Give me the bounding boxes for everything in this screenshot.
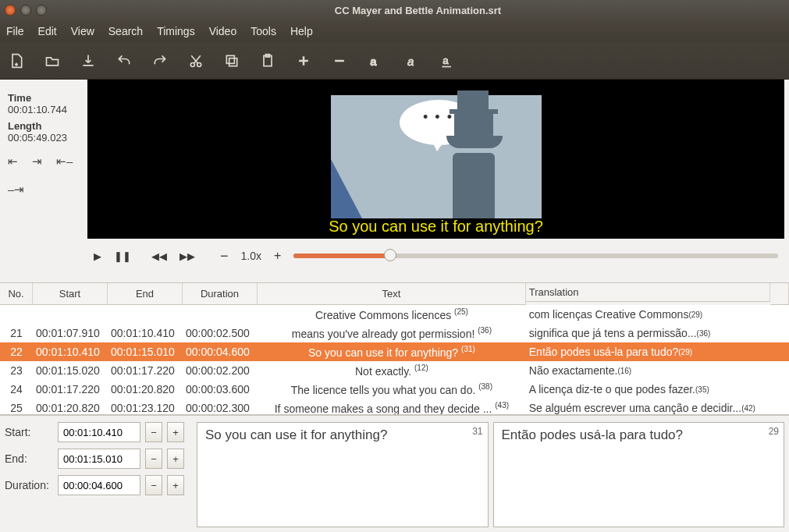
window-minimize-button[interactable] (20, 5, 31, 16)
titlebar: CC Mayer and Bettle Animation.srt (0, 0, 789, 20)
subtitle-table: No. Start End Duration Text Translation … (0, 282, 789, 415)
seek-start-icon[interactable]: ⇤ (8, 154, 18, 168)
svg-text:a: a (407, 54, 414, 67)
col-pad (770, 283, 789, 305)
speed-value: 1.0x (241, 250, 261, 262)
cut-icon[interactable] (187, 52, 204, 69)
start-input[interactable] (58, 422, 140, 442)
seek-end-icon[interactable]: ⇥ (32, 154, 42, 168)
text-char-count: 31 (472, 426, 482, 437)
translation-edit-box[interactable]: Então podes usá-la para tudo? 29 (493, 422, 785, 527)
table-body: Creative Commons licences (25)com licenç… (0, 305, 789, 414)
transport-bar: ▶ ❚❚ ◀◀ ▶▶ − 1.0x + (87, 239, 784, 273)
seek-prev-icon[interactable]: ⇤– (56, 154, 73, 168)
copy-icon[interactable] (223, 52, 240, 69)
start-dec-button[interactable]: − (145, 422, 162, 442)
italic-icon[interactable]: a (403, 52, 420, 69)
table-header: No. Start End Duration Text Translation (0, 283, 789, 305)
remove-icon[interactable] (331, 52, 348, 69)
menu-video[interactable]: Video (209, 25, 237, 37)
duration-label: Duration: (5, 479, 53, 491)
svg-text:a: a (370, 54, 377, 67)
table-row[interactable]: 2200:01:10.41000:01:15.01000:00:04.600So… (0, 342, 789, 361)
fastforward-icon[interactable]: ▶▶ (179, 250, 195, 262)
table-row[interactable]: 2500:01:20.82000:01:23.12000:00:02.300If… (0, 399, 789, 414)
open-file-icon[interactable] (44, 52, 61, 69)
menu-timings[interactable]: Timings (157, 25, 195, 37)
table-row[interactable]: 2300:01:15.02000:01:17.22000:00:02.200No… (0, 361, 789, 380)
col-duration[interactable]: Duration (183, 283, 258, 305)
menu-tools[interactable]: Tools (251, 25, 276, 37)
svg-rect-3 (226, 55, 234, 63)
pause-icon[interactable]: ❚❚ (114, 250, 131, 262)
add-icon[interactable] (295, 52, 312, 69)
video-column: So you can use it for anything? ▶ ❚❚ ◀◀ … (87, 80, 789, 282)
timing-editor: Start: − + End: − + Duration: − + (5, 422, 192, 527)
paste-icon[interactable] (259, 52, 276, 69)
menu-view[interactable]: View (71, 25, 94, 37)
svg-rect-2 (229, 58, 237, 66)
toolbar: a a a (0, 42, 789, 80)
window-maximize-button[interactable] (36, 5, 47, 16)
duration-input[interactable] (58, 475, 140, 495)
table-row[interactable]: Creative Commons licences (25)com licenç… (0, 305, 789, 324)
col-no[interactable]: No. (0, 283, 33, 305)
time-label: Time (8, 92, 80, 104)
menu-edit[interactable]: Edit (38, 25, 57, 37)
save-icon[interactable] (80, 52, 97, 69)
end-dec-button[interactable]: − (145, 449, 162, 469)
window-title: CC Mayer and Bettle Animation.srt (52, 5, 784, 16)
svg-text:a: a (442, 55, 449, 66)
main-row: Time 00:01:10.744 Length 00:05:49.023 ⇤ … (0, 80, 789, 282)
speed-down-icon[interactable]: − (220, 248, 229, 264)
speed-up-icon[interactable]: + (274, 249, 281, 263)
rewind-icon[interactable]: ◀◀ (151, 250, 167, 262)
text-edit-box[interactable]: So you can use it for anything? 31 (197, 422, 489, 527)
seek-slider[interactable] (293, 254, 778, 258)
start-inc-button[interactable]: + (167, 422, 184, 442)
text-edit-content: So you can use it for anything? (205, 427, 387, 442)
translation-edit-content: Então podes usá-la para tudo? (502, 427, 684, 442)
undo-icon[interactable] (116, 52, 133, 69)
start-label: Start: (5, 426, 53, 438)
end-input[interactable] (58, 449, 140, 469)
duration-dec-button[interactable]: − (145, 475, 162, 495)
menubar: File Edit View Search Timings Video Tool… (0, 20, 789, 42)
new-file-icon[interactable] (8, 52, 25, 69)
time-value: 00:01:10.744 (8, 104, 80, 115)
table-row[interactable]: 2100:01:07.91000:01:10.41000:00:02.500me… (0, 324, 789, 342)
redo-icon[interactable] (151, 52, 169, 69)
translation-char-count: 29 (769, 426, 779, 437)
col-translation[interactable]: Translation (526, 283, 770, 302)
length-label: Length (8, 120, 80, 132)
subtitle-overlay: So you can use it for anything? (87, 218, 784, 236)
col-text[interactable]: Text (258, 283, 526, 305)
col-end[interactable]: End (108, 283, 183, 305)
menu-help[interactable]: Help (290, 25, 313, 37)
col-start[interactable]: Start (33, 283, 108, 305)
length-value: 00:05:49.023 (8, 132, 80, 144)
video-preview[interactable]: So you can use it for anything? (87, 80, 784, 239)
seek-next-icon[interactable]: –⇥ (8, 183, 24, 197)
editor-panel: Start: − + End: − + Duration: − + So you… (0, 415, 789, 532)
duration-inc-button[interactable]: + (167, 475, 184, 495)
video-frame (331, 95, 542, 218)
underline-icon[interactable]: a (439, 52, 456, 69)
menu-file[interactable]: File (6, 25, 24, 37)
window-close-button[interactable] (5, 5, 16, 16)
end-label: End: (5, 452, 53, 465)
bold-icon[interactable]: a (367, 52, 384, 69)
play-icon[interactable]: ▶ (94, 250, 101, 262)
table-row[interactable]: 2400:01:17.22000:01:20.82000:00:03.600Th… (0, 380, 789, 399)
end-inc-button[interactable]: + (167, 449, 184, 469)
info-panel: Time 00:01:10.744 Length 00:05:49.023 ⇤ … (0, 80, 87, 282)
menu-search[interactable]: Search (108, 25, 143, 37)
